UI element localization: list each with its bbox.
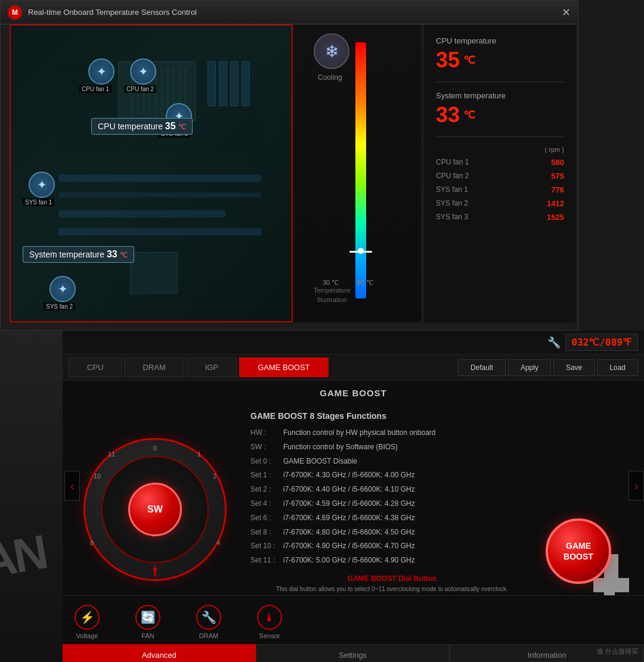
tab-dram[interactable]: DRAM [124,358,184,377]
sys-temp-tooltip-value: 33 [107,249,117,259]
nav-icons-row: ⚡ Voltage 🔄 FAN 🔧 DRAM 🌡 Sensor [63,596,644,644]
window-title: Real-time Onboard Temperature Sensors Co… [28,8,197,17]
apply-button[interactable]: Apply [508,359,551,376]
cpu-temp-unit: ℃ [463,54,475,67]
fan-name: CPU fan 1 [436,158,469,167]
boost-val: Function control by HW physical button o… [283,428,435,438]
sys-temp-tooltip-label: System temperature [29,250,104,259]
dial-container[interactable]: 0 1 2 4 6 8 10 11 SW [72,411,239,608]
boost-key: Set 0 : [250,456,283,467]
boost-key: SW : [250,442,283,452]
boost-key: HW : [250,428,283,438]
close-button[interactable]: ✕ [562,6,571,19]
temp-illus-line2: Illustration [317,296,347,303]
boost-val: i7-6700K: 5.00 GHz / i5-6600K: 4.90 GHz [283,555,415,565]
boost-key: Set 4 : [250,499,283,509]
wrench-icon: 🔧 [547,336,561,349]
bottom-topbar: 🔧 032℃/089℉ [63,331,644,355]
boost-rows: HW :Function control by HW physical butt… [250,428,534,565]
boost-info-row: Set 11 :i7-6700K: 5.00 GHz / i5-6600K: 4… [250,555,534,565]
nav-item-sensor[interactable]: 🌡 Sensor [257,605,282,639]
fan-row: SYS fan 1776 [436,185,564,194]
temp-indicator-dot [358,248,364,254]
fan-name: SYS fan 2 [436,199,468,208]
nav-item-label-voltage: Voltage [76,632,98,639]
boost-info-panel: GAME BOOST 8 Stages Functions HW :Functi… [239,411,540,608]
fan-rpm: 1412 [547,199,564,208]
fan-name: CPU fan 2 [436,172,469,181]
top-panel: M Real-time Onboard Temperature Sensors … [0,0,578,331]
fan-rpm: 776 [551,185,564,194]
default-button[interactable]: Default [458,359,506,376]
section-title: GAME BOOST [63,381,644,405]
nav-item-label-sensor: Sensor [259,632,280,639]
left-background: AN [0,331,63,662]
dial-center-button[interactable]: SW [128,483,182,536]
bottom-nav: ⚡ Voltage 🔄 FAN 🔧 DRAM 🌡 Sensor Advanced… [63,595,644,662]
cpu-fan2-icon [130,58,156,85]
fan-name: SYS fan 3 [436,213,468,222]
temp-illus-line1: Temperature [314,287,351,294]
cooling-icon-symbol: ❄ [325,42,339,61]
tab-igp[interactable]: IGP [187,358,237,377]
boost-info-row: SW :Function control by Software (BIOS) [250,442,534,452]
watermark: 值 什么值得买 [597,647,638,656]
nav-icon-fan: 🔄 [135,605,160,630]
sys-fan1-label: SYS fan 1 [23,198,54,206]
sys-fan1-icon [29,172,55,198]
boost-val: i7-6700K: 4.59 GHz / i5-6600K: 4.28 GHz [283,499,415,509]
boost-key: Set 6 : [250,513,283,523]
bottom-nav-tab-settings[interactable]: Settings [256,644,450,662]
bottom-nav-tab-advanced[interactable]: Advanced [63,644,256,662]
cpu-temp-display: 35 ℃ [436,48,564,73]
fan-row: SYS fan 31525 [436,213,564,222]
boost-info-row: Set 2 :i7-6700K: 4.40 GHz / i5-6600K: 4.… [250,484,534,495]
nav-arrow-right[interactable]: › [628,471,644,501]
nav-arrow-left[interactable]: ‹ [64,471,80,501]
motherboard-diagram: CPU fan 1 CPU fan 2 SYS fan 3 SYS fan 1 … [10,24,293,322]
boost-section-title: GAME BOOST 8 Stages Functions [250,411,534,421]
sys-temp-label: System temperature [436,91,564,100]
dial-num-1: 1 [197,450,201,458]
nav-item-dram[interactable]: 🔧 DRAM [196,605,221,639]
boost-val: i7-6700K: 4.40 GHz / i5-6600K: 4.10 GHz [283,484,415,495]
boost-info-row: Set 6 :i7-6700K: 4.69 GHz / i5-6600K: 4.… [250,513,534,523]
fan-row: SYS fan 21412 [436,199,564,208]
fan-row: CPU fan 1580 [436,158,564,167]
fan-rpm: 1525 [547,213,564,222]
temp-scale-low: 30 ℃ [323,279,339,287]
sys-temp-tooltip-unit: ℃ [120,251,128,259]
left-bg-text: AN [0,524,49,589]
dial-outer-ring: 0 1 2 4 6 8 10 11 SW [83,438,227,581]
nav-item-voltage[interactable]: ⚡ Voltage [75,605,100,639]
nav-item-label-dram: DRAM [199,632,218,639]
cpu-temp-label: CPU temperature [436,36,564,45]
dial-num-4: 4 [216,539,220,546]
dial-num-8: 8 [90,539,94,546]
save-button[interactable]: Save [553,359,595,376]
dial-button-desc: This dial button allows you to select 0~… [250,585,534,593]
game-boost-badge[interactable]: GAME BOOST [546,518,611,584]
cpu-fan1-label: CPU fan 1 [79,85,112,93]
badge-line2: BOOST [564,551,593,562]
cpu-temp-tooltip-value: 35 [165,121,176,131]
nav-item-fan[interactable]: 🔄 FAN [135,605,160,639]
badge-line1: GAME [566,540,591,551]
boost-val: i7-6700K: 4.30 GHz / i5-6600K: 4.00 GHz [283,470,415,480]
dial-num-0: 0 [153,445,157,452]
load-button[interactable]: Load [597,359,638,376]
boost-key: Set 10 : [250,541,283,551]
cpu-temp-number: 35 [436,48,460,73]
right-readout-panel: CPU temperature 35 ℃ System temperature … [424,24,576,322]
nav-icon-sensor: 🌡 [257,605,282,630]
sys-temp-display: 33 ℃ [436,102,564,128]
nav-icon-dram: 🔧 [196,605,221,630]
dial-red-tick [154,568,156,577]
sys-fan2-icon [49,276,76,302]
fan-rows: CPU fan 1580CPU fan 2575SYS fan 1776SYS … [436,158,564,222]
dial-inner-ring: SW [101,456,209,563]
tab-game-boost[interactable]: GAME BOOST [239,358,328,377]
tab-cpu[interactable]: CPU [69,358,122,377]
title-bar: M Real-time Onboard Temperature Sensors … [1,1,578,24]
dial-button-label: GAME BOOST Dial Button [250,574,534,583]
